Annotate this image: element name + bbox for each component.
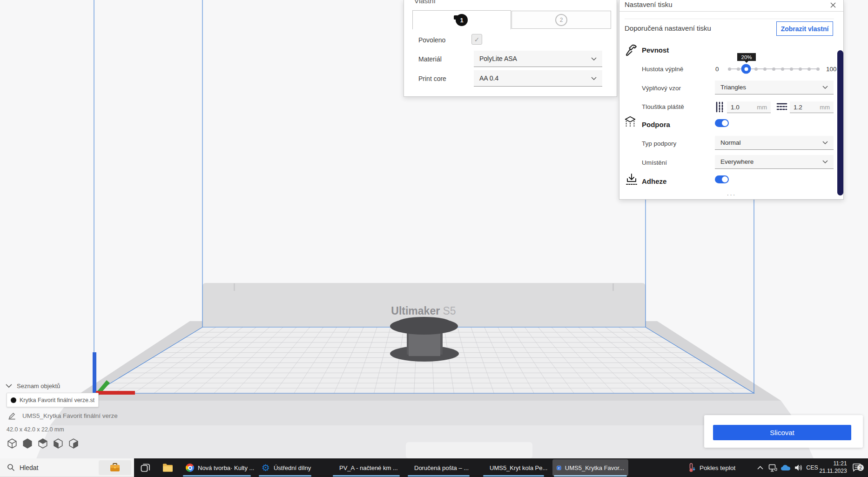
taskbar-window-ustredni-dilny[interactable]: ⚙ Ústřední dílny [257,458,313,477]
thermometer-icon [688,463,695,473]
search-placeholder: Hledat [20,464,38,471]
extruder-1-icon: 1 [456,14,468,26]
taskbar-window-outlook[interactable]: O Doručená pošta – ... [406,458,471,477]
wall-clip-mark [234,283,235,291]
shell-thickness-label: Tlouštka pláště [642,103,684,110]
printer-front-panel [406,442,532,458]
panel-title: Nastavení tisku [625,0,673,8]
speaker-icon [794,464,803,471]
enabled-checkbox[interactable]: ✓ [471,34,482,45]
support-toggle[interactable] [715,119,729,127]
object-list-header[interactable]: Seznam objektů [6,383,60,390]
view-left-icon[interactable] [53,438,64,449]
svg-text:C: C [558,466,560,469]
camera-view-buttons [7,438,79,449]
pencil-icon [8,412,16,420]
adhesion-toggle[interactable] [715,175,729,183]
chrome-icon [186,464,194,472]
search-icon [7,464,15,471]
wall-thickness-input[interactable]: 1.0 mm [727,101,771,113]
slider-handle[interactable] [741,64,751,74]
adhesion-icon [625,173,638,186]
cura-window: Ultimaker S5 Vlastní 1 2 [0,0,868,477]
chevron-down-icon [822,160,828,163]
wall-clip-mark [612,283,614,291]
chevron-down-icon [591,57,597,60]
infill-pattern-select[interactable]: Triangles [715,81,834,94]
search-input[interactable]: Hledat [0,458,134,477]
object-file-name: Krytka Favorit finální verze.stl [20,397,94,403]
infill-max-label: 100 [826,66,837,73]
printer-name-label: Ultimaker S5 [391,305,456,317]
taskbar-window-cura-2-active[interactable]: C UMS5_Krytka Favor... [552,459,628,476]
notification-center-button[interactable]: 2 [849,458,865,477]
chevron-down-icon [822,86,828,89]
chevron-down-icon [6,384,12,388]
file-explorer-button[interactable] [159,458,176,477]
enabled-label: Povoleno [418,36,445,44]
cura-icon: C [557,464,561,472]
infill-density-slider[interactable] [728,65,820,73]
axis-z-blue [93,352,96,393]
support-type-select[interactable]: Normal [715,136,834,150]
top-bottom-thickness-input[interactable]: 1.2 mm [790,101,834,113]
taskbar-window-cura-1[interactable]: C UMS5_Kryt kola Pe... [482,458,545,477]
infill-pattern-label: Výplňový vzor [642,85,681,92]
view-top-icon[interactable] [37,438,48,449]
adhesion-section-title: Adheze [642,177,666,185]
support-placement-label: Umístění [642,159,667,166]
strength-section-title: Pevnost [642,46,669,54]
printcore-select[interactable]: AA 0.4 [474,70,602,87]
job-name-row[interactable]: UMS5_Krytka Favorit finální verze [8,412,118,420]
extruder-config-panel: Vlastní 1 2 Povoleno ✓ Materiál PolyLite… [404,0,617,97]
infill-min-label: 0 [715,66,719,73]
view-3d-icon[interactable] [7,438,18,449]
tray-onedrive[interactable] [779,458,792,477]
job-name: UMS5_Krytka Favorit finální verze [22,412,118,419]
panel-title: Vlastní [414,0,436,5]
support-icon [624,115,637,128]
infill-value-tooltip: 20% [737,53,756,61]
object-list-item[interactable]: Krytka Favorit finální verze.stl [7,393,99,407]
tray-network[interactable] [766,458,779,477]
tray-chevron-up[interactable] [754,458,766,477]
ethernet-icon [768,464,777,472]
material-select[interactable]: PolyLite ASA [474,51,602,67]
windows-taskbar: Hledat Nová tvorba· Kulty ... ⚙ Ústřed [0,458,868,477]
chevron-down-icon [822,141,828,144]
panel-resize-grip[interactable]: ··· [619,191,843,198]
object-list-label: Seznam objektů [17,383,60,390]
view-front-icon[interactable] [22,438,33,449]
show-custom-button[interactable]: Zobrazit vlastní [776,21,833,36]
infill-density-label: Hustota výplně [642,66,683,73]
view-right-icon[interactable] [68,438,79,449]
taskbar-window-chrome[interactable]: Nová tvorba· Kulty ... [182,458,252,477]
print-settings-panel: Nastavení tisku Doporučená nastavení tis… [619,0,844,200]
settings-scrollbar[interactable] [837,50,843,195]
slice-action-card: Slicovat [704,415,863,448]
tray-clock[interactable]: 11:21 21.11.2023 [819,458,847,477]
tab-extruder-2[interactable]: 2 [511,11,611,29]
tray-volume[interactable] [792,458,805,477]
task-view-icon [141,463,150,473]
divider [625,19,834,19]
chevron-up-icon [757,466,763,470]
gear-icon: ⚙ [262,463,270,472]
hammer-icon [625,44,638,57]
support-type-label: Typ podpory [642,140,676,147]
extruder-color-dot [11,397,16,403]
slice-button[interactable]: Slicovat [713,425,851,440]
tray-language[interactable]: CES [805,458,819,477]
taskbar-window-pva[interactable]: PV_A - načtené km ... [331,458,401,477]
file-explorer-icon [162,463,173,472]
search-highlight-button[interactable] [99,460,131,475]
weather-widget[interactable]: Pokles teplot [688,458,753,477]
close-icon[interactable] [830,2,836,8]
support-placement-select[interactable]: Everywhere [715,155,834,169]
extruder-2-icon: 2 [555,14,567,26]
axis-x-red [96,391,135,395]
printer-body-upper [50,401,799,425]
tab-extruder-1[interactable]: 1 [412,10,511,29]
briefcase-icon [109,463,121,473]
task-view-button[interactable] [137,458,154,477]
